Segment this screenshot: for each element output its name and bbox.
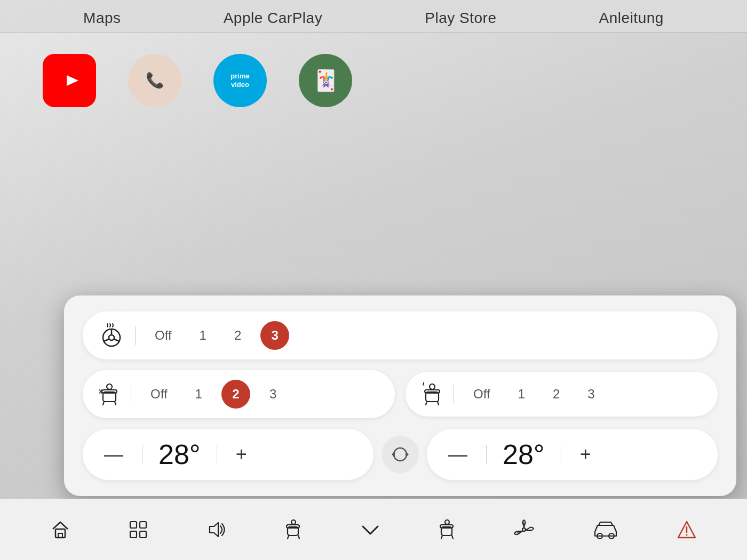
warning-icon xyxy=(677,519,697,540)
seat-right-card: Off 1 2 3 xyxy=(406,372,718,417)
seat-right-off[interactable]: Off xyxy=(465,381,499,407)
temp-left-card: — 28° + xyxy=(83,429,374,480)
steering-heater-row: Off 1 2 3 xyxy=(83,311,718,359)
temperature-row: — 28° + — 28° + xyxy=(83,429,718,480)
nav-apps[interactable] xyxy=(123,514,154,545)
svg-marker-15 xyxy=(392,451,395,458)
seat-right-icon xyxy=(422,382,443,406)
svg-rect-18 xyxy=(130,522,137,528)
temp-left-plus[interactable]: + xyxy=(228,441,255,468)
sync-button[interactable] xyxy=(382,436,419,473)
steering-1[interactable]: 1 xyxy=(191,323,215,348)
temp-left-value: 28° xyxy=(153,438,206,470)
divider xyxy=(135,326,136,345)
prime-video-icon: primevideo xyxy=(213,54,267,107)
svg-point-27 xyxy=(445,520,449,524)
main-screen: Maps Apple CarPlay Play Store Anleitung … xyxy=(0,0,747,560)
steering-heat-icon xyxy=(99,323,124,348)
divider xyxy=(217,445,217,464)
seat-left-off[interactable]: Off xyxy=(142,381,176,407)
divider xyxy=(454,385,454,404)
cards-icon: 🃏 xyxy=(299,54,352,107)
chevron-down-icon xyxy=(360,522,380,537)
steering-off[interactable]: Off xyxy=(146,323,180,348)
nav-anleitung[interactable]: Anleitung xyxy=(599,10,664,27)
svg-rect-19 xyxy=(140,522,146,528)
fan-icon xyxy=(513,519,535,540)
nav-car[interactable] xyxy=(587,515,624,545)
seat-left-card: Off 1 2 3 xyxy=(83,370,395,418)
seat-left-3[interactable]: 3 xyxy=(261,381,285,407)
steering-2[interactable]: 2 xyxy=(226,323,250,348)
bottom-navigation xyxy=(0,499,747,560)
prime-video-app[interactable]: primevideo xyxy=(213,54,267,107)
steering-3[interactable]: 3 xyxy=(260,321,289,350)
seat-right-3[interactable]: 3 xyxy=(579,381,603,407)
seat-heater-row: Off 1 2 3 xyxy=(83,370,718,418)
nav-volume[interactable] xyxy=(200,514,232,545)
svg-rect-20 xyxy=(130,531,137,538)
divider xyxy=(131,385,131,404)
app-grid: 📞 primevideo 🃏 xyxy=(0,33,747,118)
temp-right-value: 28° xyxy=(497,438,550,470)
svg-point-32 xyxy=(686,534,688,536)
divider xyxy=(561,445,561,464)
nav-seat-left[interactable] xyxy=(279,514,308,545)
temp-right-minus[interactable]: — xyxy=(440,441,475,468)
temp-right-plus[interactable]: + xyxy=(572,441,599,468)
seat-left-icon xyxy=(99,382,120,406)
svg-marker-14 xyxy=(406,451,409,458)
car-icon xyxy=(592,520,619,539)
svg-line-6 xyxy=(104,339,109,341)
seat-left-1[interactable]: 1 xyxy=(187,381,211,407)
nav-fan[interactable] xyxy=(508,514,540,546)
nav-maps[interactable]: Maps xyxy=(83,10,121,27)
volume-icon xyxy=(205,519,227,540)
seat-right-bottom-icon xyxy=(438,519,456,540)
seat-right-1[interactable]: 1 xyxy=(510,381,534,407)
phone-app[interactable]: 📞 xyxy=(128,54,181,107)
seat-left-bottom-icon xyxy=(284,519,303,540)
nav-chevron-down[interactable] xyxy=(355,517,386,542)
temp-left-minus[interactable]: — xyxy=(96,441,131,468)
control-panel: Off 1 2 3 xyxy=(64,295,736,496)
nav-play-store[interactable]: Play Store xyxy=(425,10,496,27)
nav-apple-carplay[interactable]: Apple CarPlay xyxy=(224,10,322,27)
phone-icon: 📞 xyxy=(128,54,181,107)
nav-warning[interactable] xyxy=(671,514,702,545)
svg-point-24 xyxy=(291,520,296,524)
temp-right-card: — 28° + xyxy=(427,429,718,480)
top-navigation: Maps Apple CarPlay Play Store Anleitung xyxy=(0,0,747,33)
seat-right-2[interactable]: 2 xyxy=(544,381,568,407)
youtube-icon xyxy=(43,54,96,107)
svg-text:📞: 📞 xyxy=(146,71,164,89)
apps-grid-icon xyxy=(128,519,148,540)
svg-point-13 xyxy=(430,384,435,389)
youtube-app[interactable] xyxy=(43,54,96,107)
seat-left-2[interactable]: 2 xyxy=(221,380,250,409)
svg-rect-21 xyxy=(140,531,146,538)
svg-marker-0 xyxy=(67,75,78,86)
home-icon xyxy=(50,519,70,540)
svg-point-10 xyxy=(107,384,112,389)
svg-line-7 xyxy=(114,339,120,341)
svg-point-4 xyxy=(109,335,114,340)
cards-app[interactable]: 🃏 xyxy=(299,54,352,107)
divider xyxy=(142,445,142,464)
nav-home[interactable] xyxy=(45,514,76,545)
nav-seat-right[interactable] xyxy=(433,514,462,545)
divider xyxy=(486,445,487,464)
steering-heater-card: Off 1 2 3 xyxy=(83,311,718,359)
